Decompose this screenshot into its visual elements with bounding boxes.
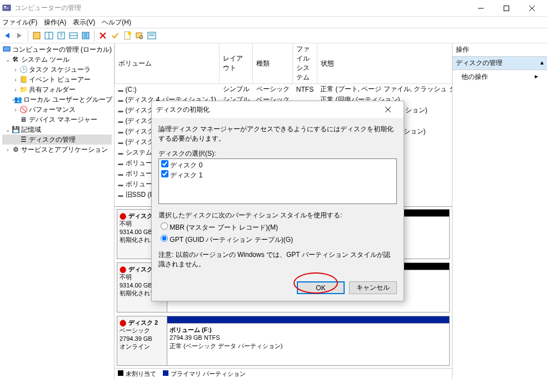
svg-rect-25: [3, 47, 10, 51]
disk-select-list[interactable]: ディスク 0 ディスク 1: [158, 158, 397, 204]
actions-header: 操作: [452, 43, 547, 57]
new-icon[interactable]: [122, 31, 132, 41]
col-volume[interactable]: ボリューム: [115, 43, 220, 84]
actions-pane: 操作 ディスクの管理 ▴ 他の操作 ▸: [452, 43, 547, 379]
window-title: コンピューターの管理: [14, 3, 468, 13]
menu-action[interactable]: 操作(A): [44, 18, 66, 27]
close-button[interactable]: [519, 0, 545, 17]
svg-rect-7: [33, 32, 40, 39]
event-icon: 📒: [19, 75, 28, 84]
dialog-close-button[interactable]: [377, 102, 399, 117]
radio-mbr[interactable]: MBR (マスター ブート レコード)(M): [158, 222, 397, 232]
tree-device[interactable]: デバイス マネージャー: [29, 115, 97, 125]
volume-row[interactable]: (C:)シンプルベーシックNTFS正常 (ブート, ページ ファイル, クラッシ…: [115, 84, 452, 95]
tree-task[interactable]: タスク スケジューラ: [29, 65, 91, 75]
tree-diskmgmt[interactable]: ディスクの管理: [29, 135, 76, 145]
expand-icon[interactable]: ›: [12, 77, 19, 83]
computer-icon: [2, 45, 11, 54]
forward-icon[interactable]: [14, 31, 24, 41]
tree-systools[interactable]: システム ツール: [21, 55, 69, 64]
clock-icon: 🕒: [19, 65, 28, 74]
expand-icon[interactable]: ⌄: [4, 127, 11, 133]
disk-checkbox-0[interactable]: ディスク 0: [160, 160, 395, 170]
disk-select-label: ディスクの選択(S):: [158, 149, 397, 158]
svg-rect-1: [4, 6, 6, 7]
tree-root[interactable]: コンピューターの管理 (ローカル): [12, 45, 112, 54]
disk-icon: ☰: [19, 135, 28, 144]
view-split-icon[interactable]: [44, 31, 54, 41]
nav-tree[interactable]: コンピューターの管理 (ローカル) ⌄ 🛠 システム ツール › 🕒 タスク ス…: [0, 43, 115, 379]
menu-help[interactable]: ヘルプ(H): [102, 18, 131, 27]
expand-icon[interactable]: ›: [4, 147, 11, 153]
services-icon: ⚙: [11, 145, 20, 154]
view3-icon[interactable]: [81, 31, 91, 41]
dialog-title: ディスクの初期化: [156, 105, 377, 115]
svg-rect-20: [136, 33, 142, 38]
dialog-titlebar[interactable]: ディスクの初期化: [152, 101, 404, 118]
chevron-right-icon: ▸: [535, 72, 538, 82]
app-icon: [2, 4, 11, 13]
partition-style-label: 選択したディスクに次のパーティション スタイルを使用する:: [158, 211, 397, 220]
users-icon: 👥: [14, 95, 22, 104]
disk-checkbox-1[interactable]: ディスク 1: [160, 170, 395, 180]
delete-icon[interactable]: [98, 31, 108, 41]
dialog-note: 注意: 以前のバージョンの Windows では、GPT パーティション スタイ…: [158, 250, 397, 269]
expand-icon[interactable]: ›: [12, 67, 19, 73]
refresh-icon[interactable]: ?: [56, 31, 66, 41]
svg-text:?: ?: [59, 33, 63, 39]
window-titlebar: コンピューターの管理: [0, 0, 547, 17]
radio-gpt[interactable]: GPT (GUID パーティション テーブル)(G): [158, 235, 397, 245]
legend: 未割り当て プライマリ パーティション: [115, 368, 452, 379]
menubar: ファイル(F) 操作(A) 表示(V) ヘルプ(H): [0, 17, 547, 28]
minimize-button[interactable]: [468, 0, 494, 17]
tree-services[interactable]: サービスとアプリケーション: [21, 145, 108, 155]
toolbar: ?: [0, 28, 547, 43]
col-layout[interactable]: レイアウト: [220, 43, 253, 84]
svg-rect-14: [82, 32, 85, 39]
tree-perf[interactable]: パフォーマンス: [29, 105, 76, 115]
legend-primary: プライマリ パーティション: [171, 370, 246, 377]
actions-more[interactable]: 他の操作 ▸: [452, 70, 547, 84]
find-icon[interactable]: [135, 31, 145, 41]
device-icon: 🖥: [19, 115, 28, 124]
cancel-button[interactable]: キャンセル: [349, 281, 397, 294]
maximize-button[interactable]: [494, 0, 519, 17]
list-icon[interactable]: [147, 31, 157, 41]
col-status[interactable]: 状態: [317, 43, 452, 84]
expand-icon[interactable]: ⌄: [4, 57, 11, 63]
svg-point-19: [128, 32, 131, 35]
menu-file[interactable]: ファイル(F): [2, 18, 37, 27]
collapse-icon[interactable]: ▴: [540, 58, 544, 68]
tree-shared[interactable]: 共有フォルダー: [29, 85, 76, 95]
col-type[interactable]: 種類: [253, 43, 293, 84]
expand-icon[interactable]: ›: [12, 87, 19, 93]
tree-users[interactable]: ローカル ユーザーとグループ: [23, 95, 112, 105]
col-fs[interactable]: ファイル システム: [293, 43, 317, 84]
folder-icon: 📁: [19, 85, 28, 94]
svg-rect-4: [504, 6, 509, 11]
tools-icon: 🛠: [11, 55, 20, 64]
check-icon[interactable]: [110, 31, 120, 41]
dialog-message: 論理ディスク マネージャーがアクセスできるようにするにはディスクを初期化する必要…: [158, 125, 397, 143]
ok-button[interactable]: OK: [297, 281, 345, 294]
actions-group[interactable]: ディスクの管理 ▴: [452, 57, 547, 70]
svg-rect-2: [4, 8, 8, 8]
view2-icon[interactable]: [68, 31, 78, 41]
tree-event[interactable]: イベント ビューアー: [29, 75, 91, 85]
back-icon[interactable]: [2, 31, 12, 41]
expand-icon[interactable]: ›: [12, 107, 19, 113]
disk-row[interactable]: ⬤ ディスク 2ベーシック2794.39 GBオンラインボリューム (F:)27…: [117, 316, 450, 366]
legend-unallocated: 未割り当て: [126, 370, 156, 377]
properties-icon[interactable]: [32, 31, 42, 41]
storage-icon: 💾: [11, 125, 20, 134]
perf-icon: 🚫: [19, 105, 28, 114]
menu-view[interactable]: 表示(V): [73, 18, 95, 27]
initialize-disk-dialog: ディスクの初期化 論理ディスク マネージャーがアクセスできるようにするにはディス…: [151, 101, 404, 301]
tree-storage[interactable]: 記憶域: [21, 125, 41, 135]
svg-rect-15: [86, 32, 89, 39]
